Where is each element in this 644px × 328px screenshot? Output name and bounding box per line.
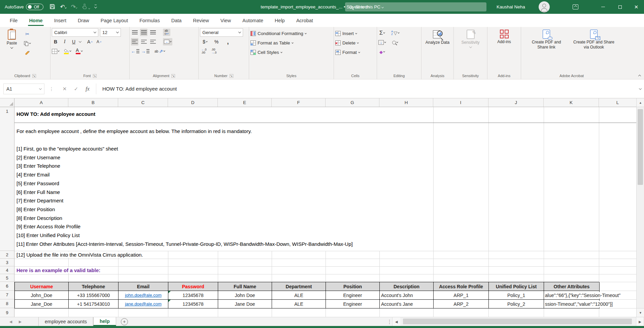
cell-styles-button[interactable]: Cell Styles	[250, 48, 282, 57]
table-cell-other-attributes[interactable]: ssion-Timeout","value":"12000"}]	[544, 300, 600, 308]
insert-cells-button[interactable]: Insert	[335, 29, 357, 38]
comma-style-button[interactable]: ,	[224, 38, 232, 45]
align-top-button[interactable]	[131, 29, 138, 36]
table-header-unified-policy-list[interactable]: Unified Policy List	[489, 282, 544, 291]
step-line[interactable]: [10] Enter Unified Policy List	[16, 232, 82, 238]
column-header-j[interactable]: J	[488, 98, 544, 107]
delete-cells-button[interactable]: ✕ Delete	[335, 39, 359, 47]
formula-content[interactable]: HOW TO: Add employee account	[102, 86, 177, 92]
hscroll-left-button[interactable]: ◀	[392, 317, 400, 326]
new-sheet-button[interactable]: +	[121, 318, 128, 325]
tab-help[interactable]: Help	[269, 14, 291, 27]
underline-button[interactable]: U	[70, 38, 77, 45]
increase-decimal-button[interactable]: ←.0.00	[201, 48, 207, 55]
touch-mode-icon[interactable]	[82, 4, 90, 10]
font-dialog-launcher[interactable]: ↘	[93, 74, 97, 78]
row-header-4[interactable]: 4	[0, 266, 14, 274]
restore-button[interactable]	[612, 0, 628, 14]
cell-a2-text[interactable]: [12] Upload the file into the OmniVista …	[16, 252, 146, 258]
prev-sheet-icon[interactable]: ◀	[6, 317, 15, 326]
merge-center-button[interactable]: ↔	[163, 38, 172, 45]
name-box[interactable]: A1	[3, 84, 44, 94]
expand-formula-bar-icon[interactable]	[639, 87, 642, 90]
format-painter-button[interactable]	[24, 49, 31, 57]
orientation-button[interactable]: ab⇗	[155, 47, 165, 55]
column-header-d[interactable]: D	[168, 98, 218, 107]
wrap-text-button[interactable]: abc↩	[163, 29, 170, 36]
tab-insert[interactable]: Insert	[48, 14, 72, 27]
table-cell[interactable]: ARP_1	[434, 291, 489, 300]
table-cell[interactable]: Account's Jane	[380, 300, 434, 308]
next-sheet-icon[interactable]: ▶	[15, 317, 25, 326]
column-header-g[interactable]: G	[326, 98, 379, 107]
table-header-full-name[interactable]: Full Name	[218, 282, 272, 291]
table-header-access-role-profile[interactable]: Access Role Profile	[434, 282, 489, 291]
table-cell[interactable]: ALE	[272, 300, 326, 308]
borders-button[interactable]	[52, 47, 59, 55]
table-header-description[interactable]: Description	[380, 282, 434, 291]
column-header-f[interactable]: F	[272, 98, 326, 107]
table-cell[interactable]: Engineer	[326, 291, 380, 300]
conditional-formatting-button[interactable]: Conditional Formatting	[250, 29, 306, 38]
row-header-2[interactable]: 2	[0, 251, 14, 259]
cells-area[interactable]: HOW TO: Add employee account For each em…	[14, 107, 636, 317]
increase-indent-button[interactable]: →	[141, 47, 149, 55]
tab-view[interactable]: View	[215, 14, 237, 27]
insert-function-button[interactable]: fx	[82, 86, 93, 92]
fill-button[interactable]: ↓	[378, 39, 386, 46]
table-cell[interactable]: +1 5417543010	[69, 300, 118, 308]
align-right-button[interactable]	[149, 38, 157, 45]
user-name[interactable]: Kaushal Neha	[497, 0, 525, 14]
analyze-data-button[interactable]: Analyze Data	[423, 28, 452, 45]
autosave-control[interactable]: AutoSave Off	[5, 4, 43, 10]
table-cell[interactable]: John Doe	[218, 291, 272, 300]
sheet-tab-employee-accounts[interactable]: employee accounts	[38, 317, 93, 326]
table-cell[interactable]: +33 155667000	[69, 291, 118, 300]
table-header-position[interactable]: Position	[326, 282, 380, 291]
tab-file[interactable]: File	[4, 14, 23, 27]
table-cell[interactable]: Account's John	[380, 291, 434, 300]
step-line[interactable]: [2] Enter Username	[16, 155, 63, 160]
avatar[interactable]	[539, 1, 550, 12]
align-middle-button[interactable]	[140, 29, 147, 36]
vertical-scrollbar[interactable]: ▲ ▼	[636, 98, 644, 317]
search-input[interactable]: Search	[345, 2, 486, 11]
step-line[interactable]: [4] Enter Email	[16, 172, 52, 177]
tab-automate[interactable]: Automate	[237, 14, 269, 27]
undo-icon[interactable]: ↶	[60, 4, 66, 10]
step-line[interactable]: [1] First, go to the "employee accounts"…	[16, 146, 121, 152]
clipboard-dialog-launcher[interactable]: ↘	[32, 74, 36, 78]
table-cell[interactable]: 12345678	[168, 300, 218, 308]
horizontal-scrollbar[interactable]	[400, 317, 636, 326]
row-header-1[interactable]: 1	[0, 107, 14, 251]
table-cell[interactable]: ARP_2	[434, 300, 489, 308]
autosum-button[interactable]: Σ	[378, 29, 386, 37]
accounting-format-button[interactable]: $	[201, 38, 209, 45]
addins-button[interactable]: Add-ins	[494, 28, 515, 44]
tab-acrobat[interactable]: Acrobat	[291, 14, 319, 27]
scroll-up-button[interactable]: ▲	[637, 98, 644, 107]
table-header-telephone[interactable]: Telephone	[69, 282, 118, 291]
minimize-button[interactable]	[595, 0, 611, 14]
table-cell-email-link[interactable]: jane.doe@ale.com	[118, 300, 168, 308]
number-format-combo[interactable]: General	[200, 28, 243, 37]
underline-dropdown-icon[interactable]	[79, 40, 81, 42]
ribbon-display-options-button[interactable]	[568, 0, 583, 14]
fill-color-button[interactable]	[64, 47, 71, 55]
hscroll-right-button[interactable]: ▶	[636, 317, 644, 326]
increase-font-button[interactable]: A˄	[86, 38, 94, 45]
autosave-toggle[interactable]: Off	[26, 4, 43, 10]
align-bottom-button[interactable]	[149, 29, 157, 36]
table-cell[interactable]: ALE	[272, 291, 326, 300]
sensitivity-button[interactable]: Sensitivity	[460, 28, 481, 48]
percent-style-button[interactable]: %	[213, 38, 220, 45]
redo-icon[interactable]: ↷	[71, 4, 77, 10]
select-all-button[interactable]	[0, 98, 14, 107]
column-header-e[interactable]: E	[218, 98, 272, 107]
table-cell[interactable]: Jane_Doe	[15, 300, 69, 308]
tab-page-layout[interactable]: Page Layout	[95, 14, 134, 27]
sort-filter-button[interactable]: AZ▽	[391, 29, 399, 37]
scroll-down-button[interactable]: ▼	[637, 308, 644, 317]
column-header-h[interactable]: H	[379, 98, 433, 107]
table-cell-email-link[interactable]: john.doe@ale.com	[118, 291, 168, 300]
